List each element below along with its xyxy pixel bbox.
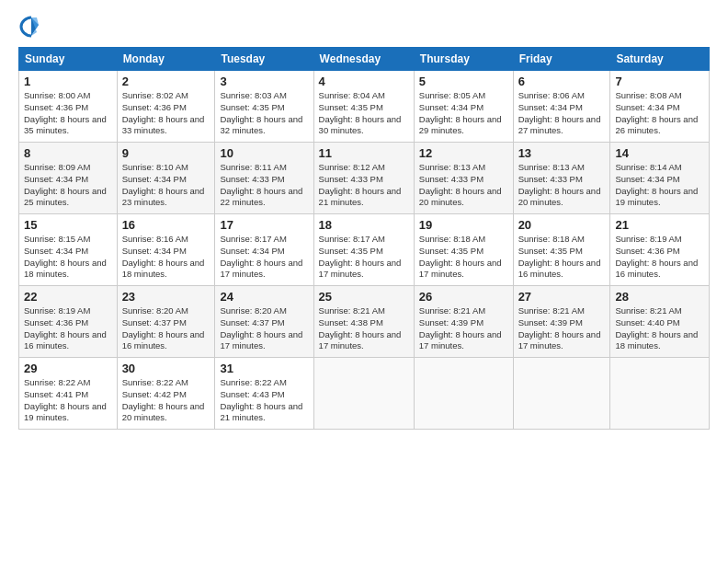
day-info: Sunrise: 8:12 AMSunset: 4:33 PMDaylight:…	[319, 162, 409, 209]
column-header-monday: Monday	[117, 48, 215, 71]
day-info: Sunrise: 8:14 AMSunset: 4:34 PMDaylight:…	[615, 162, 704, 209]
day-cell-23: 23Sunrise: 8:20 AMSunset: 4:37 PMDayligh…	[117, 286, 215, 358]
day-info: Sunrise: 8:19 AMSunset: 4:36 PMDaylight:…	[24, 305, 112, 352]
week-row-3: 15Sunrise: 8:15 AMSunset: 4:34 PMDayligh…	[19, 214, 710, 286]
day-number: 13	[518, 146, 606, 160]
column-header-friday: Friday	[513, 48, 610, 71]
day-info: Sunrise: 8:05 AMSunset: 4:34 PMDaylight:…	[419, 90, 508, 137]
day-info: Sunrise: 8:21 AMSunset: 4:38 PMDaylight:…	[319, 305, 409, 352]
day-info: Sunrise: 8:19 AMSunset: 4:36 PMDaylight:…	[615, 234, 704, 281]
day-cell-7: 7Sunrise: 8:08 AMSunset: 4:34 PMDaylight…	[610, 71, 710, 143]
day-number: 5	[419, 75, 508, 88]
day-cell-9: 9Sunrise: 8:10 AMSunset: 4:34 PMDaylight…	[117, 143, 215, 214]
page: SundayMondayTuesdayWednesdayThursdayFrid…	[0, 0, 728, 439]
day-info: Sunrise: 8:18 AMSunset: 4:35 PMDaylight:…	[518, 234, 606, 281]
empty-cell	[414, 358, 513, 430]
day-number: 15	[24, 218, 112, 232]
day-number: 10	[220, 146, 308, 160]
day-number: 23	[122, 290, 210, 304]
day-number: 28	[615, 290, 704, 304]
day-cell-2: 2Sunrise: 8:02 AMSunset: 4:36 PMDaylight…	[117, 71, 215, 143]
day-cell-16: 16Sunrise: 8:16 AMSunset: 4:34 PMDayligh…	[117, 214, 215, 286]
day-info: Sunrise: 8:20 AMSunset: 4:37 PMDaylight:…	[220, 305, 308, 352]
day-cell-4: 4Sunrise: 8:04 AMSunset: 4:35 PMDaylight…	[313, 71, 414, 143]
day-number: 31	[220, 362, 308, 375]
day-number: 1	[24, 75, 112, 88]
day-info: Sunrise: 8:11 AMSunset: 4:33 PMDaylight:…	[220, 162, 308, 209]
day-info: Sunrise: 8:15 AMSunset: 4:34 PMDaylight:…	[24, 234, 112, 281]
day-info: Sunrise: 8:22 AMSunset: 4:42 PMDaylight:…	[122, 377, 210, 424]
day-cell-22: 22Sunrise: 8:19 AMSunset: 4:36 PMDayligh…	[19, 286, 118, 358]
day-number: 11	[319, 146, 409, 160]
day-cell-5: 5Sunrise: 8:05 AMSunset: 4:34 PMDaylight…	[414, 71, 513, 143]
day-number: 8	[24, 146, 112, 160]
day-cell-27: 27Sunrise: 8:21 AMSunset: 4:39 PMDayligh…	[513, 286, 610, 358]
day-cell-12: 12Sunrise: 8:13 AMSunset: 4:33 PMDayligh…	[414, 143, 513, 214]
header	[18, 14, 710, 40]
day-info: Sunrise: 8:13 AMSunset: 4:33 PMDaylight:…	[419, 162, 508, 209]
calendar-table: SundayMondayTuesdayWednesdayThursdayFrid…	[18, 47, 710, 430]
day-cell-3: 3Sunrise: 8:03 AMSunset: 4:35 PMDaylight…	[215, 71, 313, 143]
day-cell-14: 14Sunrise: 8:14 AMSunset: 4:34 PMDayligh…	[610, 143, 710, 214]
empty-cell	[313, 358, 414, 430]
week-row-5: 29Sunrise: 8:22 AMSunset: 4:41 PMDayligh…	[19, 358, 710, 430]
day-info: Sunrise: 8:10 AMSunset: 4:34 PMDaylight:…	[122, 162, 210, 209]
day-info: Sunrise: 8:03 AMSunset: 4:35 PMDaylight:…	[220, 90, 308, 137]
day-cell-8: 8Sunrise: 8:09 AMSunset: 4:34 PMDaylight…	[19, 143, 118, 214]
day-info: Sunrise: 8:16 AMSunset: 4:34 PMDaylight:…	[122, 234, 210, 281]
day-number: 18	[319, 218, 409, 232]
day-cell-28: 28Sunrise: 8:21 AMSunset: 4:40 PMDayligh…	[610, 286, 710, 358]
week-row-2: 8Sunrise: 8:09 AMSunset: 4:34 PMDaylight…	[19, 143, 710, 214]
header-row: SundayMondayTuesdayWednesdayThursdayFrid…	[19, 48, 710, 71]
day-cell-21: 21Sunrise: 8:19 AMSunset: 4:36 PMDayligh…	[610, 214, 710, 286]
day-info: Sunrise: 8:17 AMSunset: 4:35 PMDaylight:…	[319, 234, 409, 281]
day-number: 2	[122, 75, 210, 88]
day-number: 4	[319, 75, 409, 88]
day-info: Sunrise: 8:22 AMSunset: 4:43 PMDaylight:…	[220, 377, 308, 424]
day-number: 20	[518, 218, 606, 232]
day-cell-18: 18Sunrise: 8:17 AMSunset: 4:35 PMDayligh…	[313, 214, 414, 286]
day-cell-29: 29Sunrise: 8:22 AMSunset: 4:41 PMDayligh…	[19, 358, 118, 430]
day-cell-11: 11Sunrise: 8:12 AMSunset: 4:33 PMDayligh…	[313, 143, 414, 214]
day-cell-10: 10Sunrise: 8:11 AMSunset: 4:33 PMDayligh…	[215, 143, 313, 214]
column-header-wednesday: Wednesday	[313, 48, 414, 71]
day-info: Sunrise: 8:04 AMSunset: 4:35 PMDaylight:…	[319, 90, 409, 137]
day-cell-24: 24Sunrise: 8:20 AMSunset: 4:37 PMDayligh…	[215, 286, 313, 358]
day-cell-30: 30Sunrise: 8:22 AMSunset: 4:42 PMDayligh…	[117, 358, 215, 430]
day-cell-31: 31Sunrise: 8:22 AMSunset: 4:43 PMDayligh…	[215, 358, 313, 430]
day-cell-1: 1Sunrise: 8:00 AMSunset: 4:36 PMDaylight…	[19, 71, 118, 143]
day-cell-13: 13Sunrise: 8:13 AMSunset: 4:33 PMDayligh…	[513, 143, 610, 214]
day-cell-15: 15Sunrise: 8:15 AMSunset: 4:34 PMDayligh…	[19, 214, 118, 286]
day-number: 7	[615, 75, 704, 88]
day-number: 21	[615, 218, 704, 232]
day-cell-19: 19Sunrise: 8:18 AMSunset: 4:35 PMDayligh…	[414, 214, 513, 286]
day-cell-17: 17Sunrise: 8:17 AMSunset: 4:34 PMDayligh…	[215, 214, 313, 286]
day-info: Sunrise: 8:18 AMSunset: 4:35 PMDaylight:…	[419, 234, 508, 281]
day-info: Sunrise: 8:21 AMSunset: 4:40 PMDaylight:…	[615, 305, 704, 352]
empty-cell	[610, 358, 710, 430]
day-number: 9	[122, 146, 210, 160]
column-header-thursday: Thursday	[414, 48, 513, 71]
week-row-1: 1Sunrise: 8:00 AMSunset: 4:36 PMDaylight…	[19, 71, 710, 143]
empty-cell	[513, 358, 610, 430]
day-number: 30	[122, 362, 210, 375]
day-number: 29	[24, 362, 112, 375]
day-number: 27	[518, 290, 606, 304]
day-info: Sunrise: 8:06 AMSunset: 4:34 PMDaylight:…	[518, 90, 606, 137]
day-number: 22	[24, 290, 112, 304]
day-info: Sunrise: 8:08 AMSunset: 4:34 PMDaylight:…	[615, 90, 704, 137]
day-number: 16	[122, 218, 210, 232]
day-number: 24	[220, 290, 308, 304]
day-number: 6	[518, 75, 606, 88]
day-info: Sunrise: 8:09 AMSunset: 4:34 PMDaylight:…	[24, 162, 112, 209]
column-header-tuesday: Tuesday	[215, 48, 313, 71]
day-cell-26: 26Sunrise: 8:21 AMSunset: 4:39 PMDayligh…	[414, 286, 513, 358]
day-number: 19	[419, 218, 508, 232]
day-cell-6: 6Sunrise: 8:06 AMSunset: 4:34 PMDaylight…	[513, 71, 610, 143]
logo-icon	[18, 14, 44, 40]
day-number: 3	[220, 75, 308, 88]
day-info: Sunrise: 8:17 AMSunset: 4:34 PMDaylight:…	[220, 234, 308, 281]
day-info: Sunrise: 8:21 AMSunset: 4:39 PMDaylight:…	[518, 305, 606, 352]
column-header-sunday: Sunday	[19, 48, 118, 71]
logo	[18, 14, 48, 40]
